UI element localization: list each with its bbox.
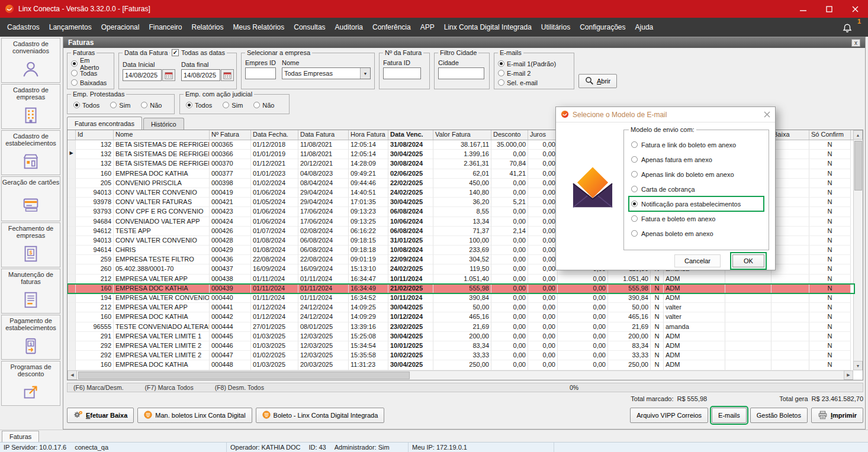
horizontal-scrollbar[interactable] <box>67 370 853 380</box>
radio-option-nao[interactable]: Não <box>141 101 162 109</box>
data-final-input[interactable]: 14/08/2025 <box>181 69 220 81</box>
emails-button[interactable]: E-mails <box>712 408 747 423</box>
column-header-juros[interactable]: Juros <box>528 130 558 140</box>
ok-button[interactable]: OK <box>732 254 764 267</box>
column-header-id[interactable]: Id <box>76 130 114 140</box>
menu-item-utilitarios[interactable]: Utilitários <box>536 18 575 37</box>
email-model-option-fatura-e-link-do-boleto-em-anexo[interactable]: Fatura e link do boleto em anexo <box>629 137 764 152</box>
menu-item-operacional[interactable]: Operacional <box>97 18 144 37</box>
menu-item-lancamentos[interactable]: Lançamentos <box>44 18 97 37</box>
scroll-up-icon[interactable] <box>853 130 863 140</box>
menu-item-app[interactable]: APP <box>416 18 439 37</box>
email-model-option-carta-de-cobranca[interactable]: Carta de cobrança <box>629 182 764 196</box>
column-header-so-confirm[interactable]: Só Confirm <box>809 130 851 140</box>
scroll-right-icon[interactable] <box>844 370 853 380</box>
sidebar-item-cadastro-de-empresas[interactable]: Cadastro de empresas <box>1 84 60 129</box>
column-header-desconto[interactable]: Desconto <box>491 130 528 140</box>
boleto-integrada-button[interactable]: Boleto - Linx Conta Digital Integrada <box>256 408 385 423</box>
dialog-close-icon[interactable] <box>764 111 770 118</box>
sidebar-item-cadastro-de-conveniados[interactable]: Cadastro de conveniados <box>1 38 60 83</box>
table-row[interactable]: 212EMPRESA VALTER APP00044101/12/202424/… <box>67 303 854 312</box>
sidebar-item-fechamento-de-empresas[interactable]: Fechamento de empresas$ <box>1 222 60 267</box>
radio-option-sim[interactable]: Sim <box>110 101 130 109</box>
maximize-button[interactable] <box>816 0 842 18</box>
table-row[interactable]: 194EMPRESA VALTER CONVENIO 2 AL00044001/… <box>67 293 854 303</box>
column-header-valor-fatura[interactable]: Valor Fatura <box>433 130 491 140</box>
todas-datas-checkbox[interactable]: Todas as datas <box>170 49 227 56</box>
imprimir-button[interactable]: Imprimir <box>811 408 863 423</box>
table-row[interactable]: 291EMPRESA VALTER LIMITE 100044501/03/20… <box>67 332 854 341</box>
radio-option-sim[interactable]: Sim <box>223 101 243 109</box>
scroll-left-icon[interactable] <box>67 370 77 380</box>
vertical-scroll-thumb[interactable] <box>854 141 862 191</box>
arquivo-vipp-button[interactable]: Arquivo VIPP Correios <box>630 408 708 423</box>
tab-faturas-encontradas[interactable]: Faturas encontradas <box>67 117 142 130</box>
column-header-hora-fatura[interactable]: Hora Fatura <box>349 130 388 140</box>
menu-item-meus-relatorios[interactable]: Meus Relatórios <box>229 18 290 37</box>
table-row[interactable]: 292EMPRESA VALTER LIMITE 200044601/03/20… <box>67 341 854 351</box>
sidebar-item-manutencao-de-faturas[interactable]: Manutenção de faturas <box>1 269 60 314</box>
panel-close-button[interactable]: x <box>851 39 860 47</box>
gestao-boletos-button[interactable]: Gestão Boletos <box>750 408 808 423</box>
menu-item-auditoria[interactable]: Auditoria <box>330 18 368 37</box>
menu-item-conferencia[interactable]: Conferência <box>368 18 416 37</box>
data-inicial-input[interactable]: 14/08/2025 <box>123 69 162 81</box>
calendar-icon[interactable] <box>221 69 234 81</box>
column-header-baixa[interactable]: Baixa <box>771 130 809 140</box>
table-row[interactable]: 96555TESTE CONVENIADO ALTERADO00044427/0… <box>67 322 854 332</box>
notifications-button[interactable]: 1 <box>842 20 857 35</box>
horizontal-scroll-thumb[interactable] <box>78 372 410 379</box>
email-model-option-apenas-boleto-em-anexo[interactable]: Apenas boleto em anexo <box>629 226 764 241</box>
column-header-data-fatura[interactable]: Data Fatura <box>298 130 349 140</box>
chevron-down-icon[interactable] <box>360 68 370 79</box>
table-row[interactable]: 292EMPRESA VALTER LIMITE 200044701/02/20… <box>67 351 854 360</box>
sidebar-item-pagamento-de-estabelecimentos[interactable]: Pagamento de estabelecimentos$ <box>1 315 60 360</box>
sidebar-item-geracao-de-cartoes[interactable]: Geração de cartões <box>1 176 60 221</box>
radio-option-em-aberto[interactable]: Em Aberto <box>71 59 110 68</box>
menu-item-linx-conta-digital-integrada[interactable]: Linx Conta Digital Integrada <box>439 18 536 37</box>
menu-item-relatorios[interactable]: Relatórios <box>187 18 229 37</box>
column-header-data-venc[interactable]: Data Venc. <box>388 130 433 140</box>
table-row[interactable]: 160EMPRESA DOC KATHIA00044801/03/202520/… <box>67 360 854 370</box>
email-model-option-apenas-link-do-boleto-em-anexo[interactable]: Apenas link do boleto em anexo <box>629 167 764 182</box>
radio-option-sel-e-mail[interactable]: Sel. e-mail <box>498 78 570 87</box>
radio-option-todas[interactable]: Todas <box>71 69 110 78</box>
radio-option-baixadas[interactable]: Baixadas <box>71 78 110 87</box>
minimize-button[interactable] <box>790 0 816 18</box>
email-model-option-fatura-e-boleto-em-anexo[interactable]: Fatura e boleto em anexo <box>629 211 764 226</box>
scroll-down-icon[interactable] <box>853 361 863 370</box>
abrir-button[interactable]: Abrir <box>578 74 617 88</box>
radio-option-e-mail-1-padrao[interactable]: E-mail 1(Padrão) <box>498 59 570 68</box>
column-header-n-fatura[interactable]: Nº Fatura <box>210 130 251 140</box>
cidade-input[interactable] <box>438 67 484 79</box>
man-boletos-button[interactable]: Man. boletos Linx Conta Digital <box>137 408 252 423</box>
vertical-scrollbar[interactable] <box>853 130 863 370</box>
bottom-tab-faturas[interactable]: Faturas <box>2 431 39 442</box>
radio-option-e-mail-2[interactable]: E-mail 2 <box>498 69 570 78</box>
efetuar-baixa-button[interactable]: Efetuar Baixa <box>67 408 134 423</box>
cancelar-button[interactable]: Cancelar <box>674 254 721 267</box>
sidebar-item-cadastro-de-estabelecimentos[interactable]: Cadastro de estabelecimentos <box>1 130 60 175</box>
table-row-selected[interactable]: 160EMPRESA DOC KATHIA00043901/11/202401/… <box>67 284 854 293</box>
column-header-data-fecha[interactable]: Data Fecha. <box>251 130 298 140</box>
menu-item-ajuda[interactable]: Ajuda <box>631 18 658 37</box>
table-row[interactable]: 160EMPRESA DOC KATHIA00044201/12/202424/… <box>67 312 854 322</box>
menu-item-consultas[interactable]: Consultas <box>289 18 330 37</box>
empresa-dropdown[interactable]: Todas Empresas <box>282 67 371 79</box>
radio-option-todos[interactable]: Todos <box>73 101 99 109</box>
fatura-id-input[interactable] <box>383 67 421 79</box>
menu-item-cadastros[interactable]: Cadastros <box>2 18 44 37</box>
radio-option-todos[interactable]: Todos <box>186 101 212 109</box>
calendar-icon[interactable] <box>162 69 175 81</box>
table-row[interactable]: 212EMPRESA VALTER APP00043801/11/202401/… <box>67 275 854 284</box>
column-header-nome[interactable]: Nome <box>114 130 210 140</box>
menu-item-configuracoes[interactable]: Configurações <box>575 18 630 37</box>
empres-id-input[interactable] <box>245 67 276 79</box>
email-model-option-notificacao-para-estabelecimentos[interactable]: Notificação para estabelecimentos <box>629 196 764 211</box>
menu-item-financeiro[interactable]: Financeiro <box>144 18 187 37</box>
email-model-option-apenas-fatura-em-anexo[interactable]: Apenas fatura em anexo <box>629 152 764 167</box>
sidebar-item-programas-de-desconto[interactable]: Programas de desconto <box>1 361 60 406</box>
tab-historico[interactable]: Histórico <box>143 118 184 130</box>
radio-option-nao[interactable]: Não <box>253 101 274 109</box>
close-button[interactable] <box>842 0 868 18</box>
